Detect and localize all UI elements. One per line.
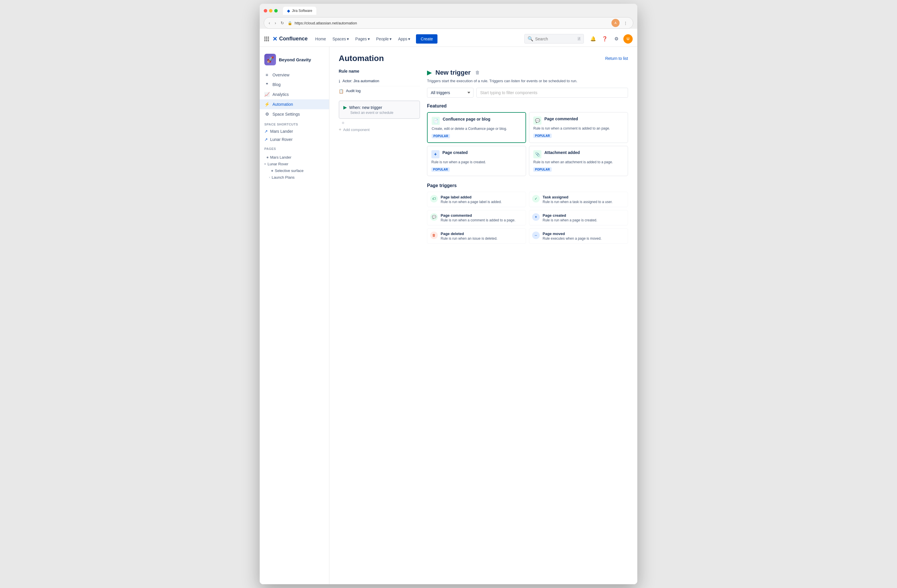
add-component[interactable]: + Add component	[339, 125, 420, 135]
rule-left-panel: Rule name ℹ Actor: Jira automation 📋	[339, 69, 420, 248]
create-button[interactable]: Create	[416, 34, 438, 44]
pages-section: Mars Lander ▾ Lunar Rover Selective surf…	[260, 152, 329, 183]
return-to-list-link[interactable]: Return to list	[605, 56, 628, 61]
browser-tab[interactable]: ◆ Jira Software	[283, 7, 316, 15]
attachment-icon: 📎	[533, 150, 542, 158]
close-button[interactable]	[264, 9, 267, 12]
sidebar-item-settings[interactable]: ⚙ Space Settings	[260, 109, 329, 119]
minimize-button[interactable]	[269, 9, 272, 12]
confluence-page-icon: 📄	[432, 117, 440, 125]
featured-card-attachment[interactable]: 📎 Attachment added Rule is run when an a…	[529, 146, 628, 176]
spaces-link[interactable]: Spaces▾	[329, 35, 352, 43]
blog-icon: ❝	[264, 82, 269, 87]
maximize-button[interactable]	[274, 9, 278, 12]
app: ✕ Confluence Home Spaces▾ Pages▾ People▾…	[260, 31, 637, 584]
rule-details-item: ℹ Actor: Jira automation	[339, 77, 420, 86]
space-name: Beyond Gravity	[279, 57, 311, 62]
triggers-dropdown[interactable]: All triggers	[427, 88, 473, 98]
page-item-mars-lander[interactable]: Mars Lander	[260, 154, 329, 161]
apps-link[interactable]: Apps▾	[395, 35, 413, 43]
audit-log-label: Audit log	[346, 89, 361, 93]
url-input[interactable]	[295, 21, 609, 25]
help-button[interactable]: ❓	[600, 34, 609, 44]
page-title: Automation	[339, 54, 384, 63]
trigger-setup-play-icon: ▶	[427, 69, 432, 77]
audit-log-item[interactable]: 📋 Audit log	[339, 86, 420, 96]
content-area: 🚀 Beyond Gravity ≡ Overview ❝ Blog 📈	[260, 47, 637, 584]
overview-label: Overview	[272, 73, 289, 77]
featured-card-confluence[interactable]: 📄 Confluence page or blog Create, edit o…	[427, 112, 526, 143]
sidebar-item-blog[interactable]: ❝ Blog	[260, 80, 329, 89]
sidebar-item-overview[interactable]: ≡ Overview	[260, 70, 329, 80]
popular-badge-2: POPULAR	[533, 134, 552, 138]
user-avatar[interactable]: U	[623, 34, 633, 44]
task-assigned-icon: ✓	[532, 195, 540, 202]
settings-button[interactable]: ⚙	[612, 34, 621, 44]
page-item-lunar-rover[interactable]: ▾ Lunar Rover	[260, 161, 329, 167]
page-created-name: Page created	[442, 150, 468, 155]
shortcut-mars-lander[interactable]: ↗ Mars Lander	[260, 127, 329, 135]
shortcuts-title: SPACE SHORTCUTS	[260, 119, 329, 127]
page-triggers-section: Page triggers 🏷 Page label added Rule is…	[427, 183, 628, 244]
home-link[interactable]: Home	[312, 35, 329, 43]
user-profile-button[interactable]: A	[611, 19, 620, 27]
tc-header-attachment: 📎 Attachment added	[533, 150, 624, 158]
page-bullet-2	[271, 170, 273, 172]
featured-title: Featured	[427, 103, 628, 109]
search-input[interactable]	[535, 37, 576, 41]
featured-card-page-created[interactable]: + Page created Rule is run when a page i…	[427, 146, 526, 176]
rule-name-label: Rule name	[339, 69, 420, 74]
overview-icon: ≡	[264, 72, 269, 77]
confluence-logo[interactable]: ✕ Confluence	[272, 35, 308, 43]
logo-text: Confluence	[279, 36, 308, 42]
trigger-item-page-moved[interactable]: ↔ Page moved Rule executes when a page i…	[529, 228, 628, 244]
trigger-delete-icon[interactable]: 🗑	[475, 70, 480, 75]
attachment-name: Attachment added	[544, 150, 580, 155]
pages-link[interactable]: Pages▾	[352, 35, 373, 43]
people-link[interactable]: People▾	[373, 35, 395, 43]
back-button[interactable]: ‹	[268, 20, 271, 26]
shortcut-icon-2: ↗	[264, 137, 268, 142]
refresh-button[interactable]: ↻	[279, 20, 285, 26]
trigger-item-page-created2[interactable]: + Page created Rule is run when a page i…	[529, 210, 628, 225]
trigger-block[interactable]: ▶ When: new trigger Select an event or s…	[339, 101, 420, 119]
filter-input[interactable]	[476, 88, 628, 98]
trigger-play-icon: ▶	[343, 104, 347, 110]
featured-cards-grid: 📄 Confluence page or blog Create, edit o…	[427, 112, 628, 176]
browser-menu-button[interactable]: ⋮	[621, 19, 629, 27]
tc-header-confluence: 📄 Confluence page or blog	[432, 117, 521, 125]
tc-header-page-created: + Page created	[432, 150, 522, 158]
featured-section: Featured 📄 Confluence page or blog Creat…	[427, 103, 628, 176]
sidebar-nav: ≡ Overview ❝ Blog 📈 Analytics ⚡ Automati…	[260, 70, 329, 119]
page-item-selective-surface[interactable]: Selective surface	[264, 167, 329, 174]
top-navigation: ✕ Confluence Home Spaces▾ Pages▾ People▾…	[260, 31, 637, 47]
search-bar[interactable]: 🔍 /	[524, 34, 584, 44]
search-icon: 🔍	[528, 36, 533, 41]
trigger-item-page-label[interactable]: 🏷 Page label added Rule is run when a pa…	[427, 192, 526, 207]
trigger-item-task-assigned[interactable]: ✓ Task assigned Rule is run when a task …	[529, 192, 628, 207]
tli-content-page-label: Page label added Rule is run when a page…	[441, 195, 502, 204]
settings-label: Space Settings	[272, 112, 300, 116]
featured-card-page-commented[interactable]: 💬 Page commented Rule is run when a comm…	[529, 112, 628, 143]
trigger-item-page-deleted[interactable]: 🗑 Page deleted Rule is run when an issue…	[427, 228, 526, 244]
topnav-icons: 🔔 ❓ ⚙ U	[588, 34, 633, 44]
page-chevron-lunar: ▾	[264, 162, 266, 165]
sidebar-item-analytics[interactable]: 📈 Analytics	[260, 89, 329, 100]
browser-addressbar: ‹ › ↻ 🔒 A ⋮	[264, 17, 633, 29]
forward-button[interactable]: ›	[274, 20, 277, 26]
trigger-setup-title: New trigger	[435, 69, 471, 77]
page-item-launch-plans[interactable]: › Launch Plans	[264, 174, 329, 181]
sidebar-item-automation[interactable]: ⚡ Automation	[260, 100, 329, 109]
trigger-description: Triggers start the execution of a rule. …	[427, 79, 628, 83]
apps-grid-icon[interactable]	[264, 37, 269, 41]
notifications-button[interactable]: 🔔	[588, 34, 598, 44]
rule-name-section: Rule name ℹ Actor: Jira automation 📋	[339, 69, 420, 96]
trigger-item-page-commented[interactable]: 💬 Page commented Rule is run when a comm…	[427, 210, 526, 225]
filter-row: All triggers	[427, 88, 628, 98]
page-commented-icon: 💬	[533, 116, 542, 125]
page-moved-icon: ↔	[532, 231, 540, 239]
trigger-header: ▶ When: new trigger	[343, 104, 415, 110]
shortcut-lunar-rover[interactable]: ↗ Lunar Rover	[260, 135, 329, 144]
confluence-logo-icon: ✕	[272, 35, 277, 43]
trigger-setup-header: ▶ New trigger 🗑	[427, 69, 628, 77]
